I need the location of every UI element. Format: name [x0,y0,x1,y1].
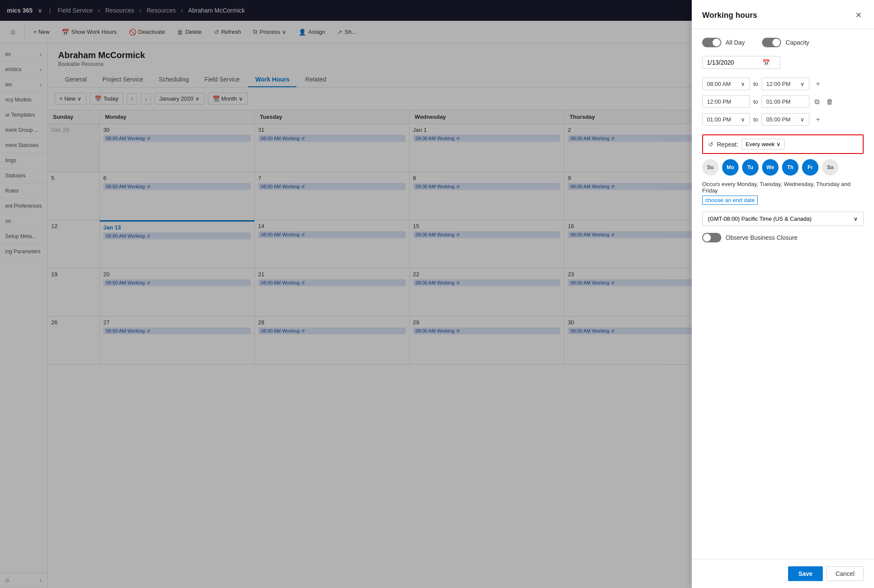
time-to-label-2: to [753,98,758,105]
all-day-toggle[interactable] [702,38,721,47]
date-input[interactable] [707,59,759,66]
day-circles: Su Mo Tu We Th Fr Sa [702,159,864,176]
occurrence-text: Occurs every Monday, Tuesday, Wednesday,… [702,181,864,194]
time-to-3-label: 05:00 PM [766,116,791,123]
all-day-label: All Day [726,39,745,46]
panel-header: Working hours ✕ [692,0,874,29]
panel-footer: Save Cancel [692,559,874,588]
time-from-1[interactable]: 08:00 AM ∨ [702,78,750,90]
time-row-2: 12:00 PM to 01:00 PM ⧉ 🗑 [702,95,864,108]
copy-time-slot-2-button[interactable]: ⧉ [813,96,821,108]
time-from-3-chevron: ∨ [741,116,745,123]
delete-time-slot-2-button[interactable]: 🗑 [825,96,835,108]
day-circle-we[interactable]: We [762,159,779,176]
timezone-label: (GMT-08:00) Pacific Time (US & Canada) [708,216,812,222]
repeat-chevron-icon: ∨ [776,141,781,147]
time-to-3[interactable]: 05:00 PM ∨ [762,113,809,126]
timezone-chevron-icon: ∨ [854,216,858,222]
day-circle-tu[interactable]: Tu [742,159,759,176]
time-to-2-label: 01:00 PM [766,98,791,105]
toggle-row: All Day Capacity [702,38,864,47]
time-from-2-label: 12:00 PM [707,98,731,105]
time-from-3[interactable]: 01:00 PM ∨ [702,113,750,126]
repeat-select[interactable]: Every week ∨ [742,139,785,150]
time-to-1[interactable]: 12:00 PM ∨ [762,78,809,90]
working-hours-panel: Working hours ✕ All Day Capacity [692,0,874,588]
time-to-label-3: to [753,116,758,123]
time-from-3-label: 01:00 PM [707,116,731,123]
calendar-date-icon: 📅 [762,59,770,66]
time-to-3-chevron: ∨ [800,116,805,123]
day-circle-th[interactable]: Th [782,159,798,176]
time-row-3: 01:00 PM ∨ to 05:00 PM ∨ ＋ [702,113,864,126]
cancel-button[interactable]: Cancel [826,566,864,581]
day-circle-fr[interactable]: Fr [802,159,818,176]
time-row-1: 08:00 AM ∨ to 12:00 PM ∨ ＋ [702,78,864,90]
repeat-label: Repeat: [717,141,738,148]
time-to-1-chevron: ∨ [800,81,805,87]
save-button[interactable]: Save [788,566,823,581]
time-to-label-1: to [753,81,758,87]
observe-closure-label: Observe Business Closure [726,234,798,241]
time-from-1-chevron: ∨ [741,81,745,87]
repeat-icon: ↺ [708,141,713,148]
timezone-select[interactable]: (GMT-08:00) Pacific Time (US & Canada) ∨ [702,212,864,226]
day-circle-su[interactable]: Su [702,159,719,176]
capacity-toggle[interactable] [762,38,781,47]
add-time-slot-3-button[interactable]: ＋ [813,113,823,126]
day-circle-mo[interactable]: Mo [722,159,739,176]
capacity-toggle-item: Capacity [762,38,809,47]
choose-end-date-button[interactable]: choose an end date [702,196,758,205]
time-to-1-label: 12:00 PM [766,81,791,87]
panel-body: All Day Capacity 📅 08:00 AM ∨ to 1 [692,29,874,559]
date-field[interactable]: 📅 [702,56,780,69]
panel-title: Working hours [702,11,757,20]
repeat-value: Every week [746,141,775,147]
day-circle-sa[interactable]: Sa [822,159,838,176]
add-time-slot-1-button[interactable]: ＋ [813,78,823,90]
observe-closure-row: Observe Business Closure [702,233,864,242]
observe-closure-toggle[interactable] [702,233,721,242]
all-day-toggle-item: All Day [702,38,745,47]
capacity-label: Capacity [785,39,809,46]
repeat-row: ↺ Repeat: Every week ∨ [702,134,864,154]
time-from-2[interactable]: 12:00 PM [702,95,750,108]
time-to-2[interactable]: 01:00 PM [762,95,809,108]
time-from-1-label: 08:00 AM [707,81,731,87]
close-panel-button[interactable]: ✕ [854,9,864,22]
